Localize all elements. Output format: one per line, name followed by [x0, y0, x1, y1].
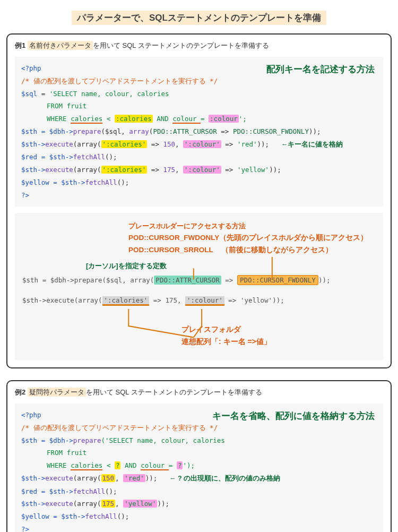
e2-ex1c: ));: [145, 474, 158, 482]
e2-yel: $yellow = $sth->: [21, 512, 85, 520]
l-cc1: ();: [105, 153, 117, 161]
l-eq: =: [37, 90, 49, 98]
ex1-label-prefix: 例1: [15, 41, 25, 49]
anno-tail2: 連想配列「: キー名 =>値」: [181, 336, 376, 347]
e2-from: FROM fruit: [47, 449, 86, 457]
e2-red: $red = $sth->: [21, 487, 73, 495]
l-and: AND: [153, 115, 173, 123]
page-title: パラメーターで、SQLステートメントのテンプレートを準備: [6, 12, 392, 24]
e2-sep1: ,: [115, 474, 123, 482]
l-fa2: fetchAll: [85, 178, 117, 186]
annotation-block: プレースホルダーにアクセスする方法 POD::CURSOR_FWDONLY（先頭…: [15, 213, 383, 360]
anno-code2: $sth->execute(array(':calories' => 175, …: [22, 294, 376, 307]
e2-lt: <: [102, 461, 115, 469]
l-ex1c: ));: [257, 140, 270, 148]
l-ex1p: $sth->: [21, 140, 45, 148]
e2-where: WHERE: [47, 461, 71, 469]
e2-q2: ?: [177, 461, 183, 469]
l-ex2o: (array(: [73, 166, 101, 174]
e2-cs: ');: [183, 461, 195, 469]
l-ex1v1: 150: [163, 140, 175, 148]
e2-exe: execute: [45, 474, 73, 482]
l-ex1o: (array(: [73, 140, 101, 148]
l-phcal: :calories: [115, 115, 153, 123]
l-sth: $sth = $dbh->: [21, 127, 73, 135]
e2-ex2p: $sth->: [21, 500, 45, 508]
l-prep: prepare: [73, 127, 101, 135]
ac2k2: ':colour': [185, 296, 224, 306]
example2-code: キー名を省略、配列に値を格納する方法 <?php /* 値の配列を渡してプリペア…: [15, 404, 383, 532]
l-exe2: execute: [45, 166, 73, 174]
l-where: WHERE: [47, 115, 71, 123]
l-lt: <: [102, 115, 115, 123]
ac2a1: =>: [149, 296, 165, 304]
e2-eqs: =: [169, 461, 177, 469]
anno-h1: プレースホルダーにアクセスする方法: [128, 220, 376, 232]
l-phpopen: <?php: [21, 64, 41, 72]
e2-ex1p: $sth->: [21, 474, 45, 482]
e2-and: AND: [120, 461, 141, 469]
l-ex2a2: =>: [221, 166, 237, 174]
l-ex1k2: ':colour': [183, 140, 221, 148]
anno-tail1: プレイスフォルダ: [181, 323, 376, 335]
anno-tail: プレイスフォルダ 連想配列「: キー名 =>値」: [22, 323, 376, 347]
ac1f: PDO::CURSOR_FWDONLY: [237, 275, 318, 285]
ex1-method-note: 配列キー名を記述する方法: [266, 61, 375, 78]
l-ex2v1: 175: [163, 166, 175, 174]
l-col: colour: [172, 115, 201, 124]
ac2v2: 'yellow': [240, 296, 272, 304]
e2-cal: calories: [71, 461, 102, 470]
ex2-label-suffix: を用いて SQL ステートメントのテンプレートを準備する: [86, 388, 262, 396]
e2-cc1: ();: [105, 487, 117, 495]
anno-code1: $sth = $dbh->prepare($sql, array(PDO::AT…: [22, 274, 376, 287]
ac1ar: =>: [221, 276, 237, 284]
l-ex2k1: ':calories': [101, 166, 148, 174]
anno-h2b: POD::CURSOR_SRROLL: [128, 246, 213, 254]
anno-h2b-desc: （前後に移動しながらアクセス）: [221, 246, 333, 254]
e2-q1: ?: [115, 461, 121, 469]
ex2-highlight: 疑問符パラメータ: [28, 388, 86, 397]
e2-sep2: ,: [115, 500, 123, 508]
l-attrc: PDO::ATTR_CURSOR: [153, 127, 217, 135]
e2-ex2c: ));: [157, 500, 169, 508]
e2-prep: prepare: [73, 436, 101, 444]
l-exe: execute: [45, 140, 73, 148]
l-pclose: ));: [309, 127, 321, 135]
e2-note: ← ? の出現順に、配列の値のみ格納: [169, 475, 280, 482]
l-sqlend: ';: [239, 115, 247, 123]
ac2a2: =>: [224, 296, 240, 304]
l-cal: calories: [71, 115, 102, 124]
anno-h2a: POD::CURSOR_FWDONLY: [128, 234, 219, 242]
ac2k1: ':calories': [102, 296, 150, 306]
e2-ex2v1: 175: [101, 500, 116, 508]
l-sqlvar: $sql: [21, 90, 37, 98]
ex1-highlight: 名前付きパラメータ: [28, 41, 93, 50]
l-ex1a2: =>: [221, 140, 237, 148]
ac1c: ));: [318, 276, 331, 284]
l-ex1v2: 'red': [237, 140, 257, 148]
l-from: FROM fruit: [47, 102, 86, 110]
l-ex2k2: ':colour': [183, 166, 221, 174]
e2-ex1v1: 150: [101, 474, 116, 482]
l-red: $red = $sth->: [21, 153, 73, 161]
example1-code: 配列キー名を記述する方法 <?php /* 値の配列を渡してプリペアドステートメ…: [15, 57, 383, 207]
l-select: 'SELECT name, colour, calories: [49, 90, 169, 98]
e2-ex2v2: 'yellow': [123, 500, 157, 508]
e2-phpopen: <?php: [21, 411, 41, 419]
l-arr: array: [129, 127, 149, 135]
ex2-label-prefix: 例2: [15, 388, 25, 396]
ac2v1: 175: [165, 296, 177, 304]
l-cfwd: PDO::CURSOR_FWDONLY: [233, 127, 309, 135]
ac2c: ));: [272, 296, 284, 304]
e2-ex1v2: 'red': [123, 474, 145, 482]
l-fa1: fetchAll: [73, 153, 105, 161]
l-ex2a1: =>: [147, 166, 163, 174]
e2-sel: ('SELECT name, colour, calories: [101, 436, 225, 444]
e2-exe2: execute: [45, 500, 73, 508]
e2-sth: $sth = $dbh->: [21, 436, 73, 444]
anno-sub: [カーソル]を指定する定数: [22, 260, 376, 273]
ex1-label-suffix: を用いて SQL ステートメントのテンプレートを準備する: [93, 41, 269, 49]
l-ex1k1: ':calories': [101, 140, 148, 148]
e2-cc2: ();: [117, 512, 129, 520]
page-title-text: パラメーターで、SQLステートメントのテンプレートを準備: [72, 11, 326, 25]
